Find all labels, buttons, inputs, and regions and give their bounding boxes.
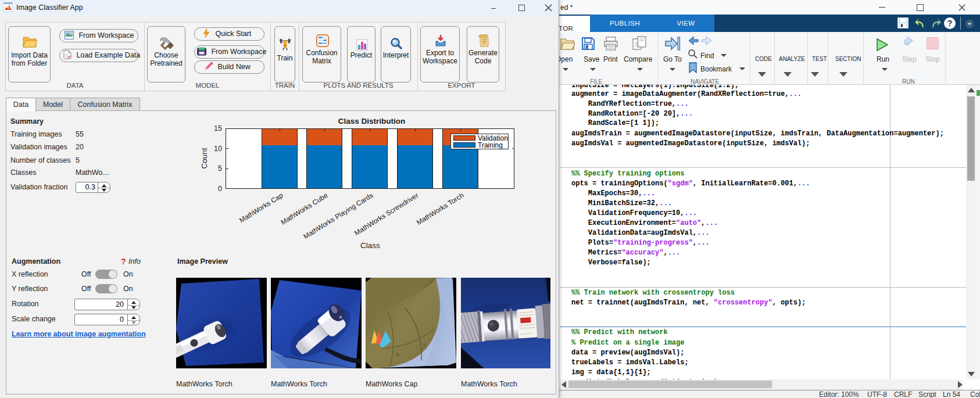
svg-text:?: ? [947, 19, 953, 28]
